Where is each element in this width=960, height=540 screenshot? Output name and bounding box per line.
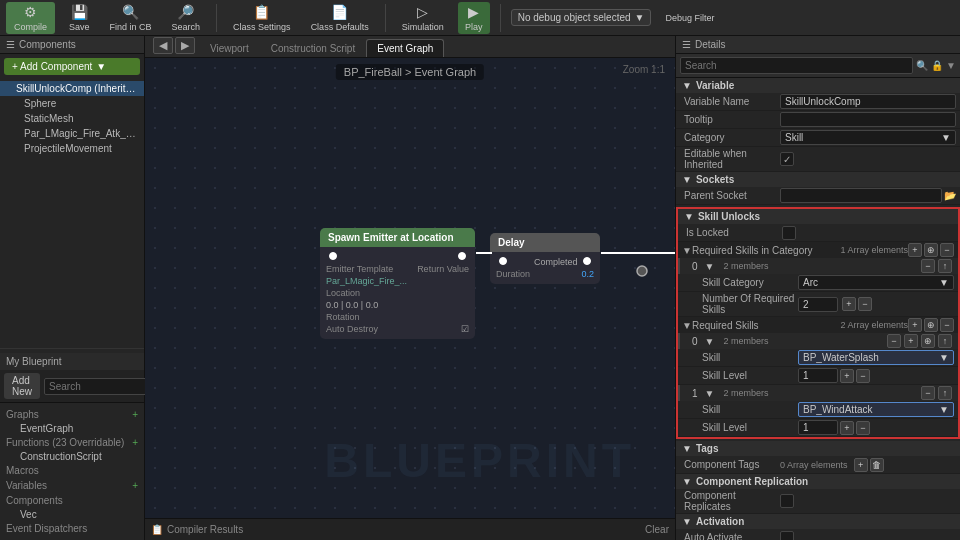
replication-section[interactable]: ▼ Component Replication [676, 474, 960, 489]
socket-browse-icon[interactable]: 📂 [944, 190, 956, 201]
sockets-label: Sockets [696, 174, 734, 185]
more-icon[interactable]: ▼ [946, 60, 956, 71]
skill-1-row: Skill BP_WindAttack ▼ [678, 401, 958, 419]
component-static-mesh[interactable]: StaticMesh [0, 111, 144, 126]
array-controls: + ⊕ − [908, 243, 954, 257]
req-dup-btn[interactable]: ⊕ [924, 318, 938, 332]
req-ins-el1-btn[interactable]: ↑ [938, 386, 952, 400]
dropdown-arrow-icon: ▼ [96, 61, 106, 72]
array-dup-btn[interactable]: ⊕ [924, 243, 938, 257]
find-label: Find in CB [110, 22, 152, 32]
component-particle[interactable]: Par_LMagic_Fire_Atk_01 [0, 126, 144, 141]
search-button[interactable]: 🔎 Search [166, 2, 207, 34]
num-dec-btn[interactable]: − [858, 297, 872, 311]
req-dup-el0-btn[interactable]: ⊕ [921, 334, 935, 348]
activation-section[interactable]: ▼ Activation [676, 514, 960, 529]
breadcrumb: BP_FireBall > Event Graph [336, 64, 484, 80]
component-sphere[interactable]: Sphere [0, 96, 144, 111]
skill-level-1-input[interactable] [798, 420, 838, 435]
req-add-btn[interactable]: + [908, 318, 922, 332]
delay-node[interactable]: Delay Completed Duration 0.2 [490, 233, 600, 284]
component-list: SkillUnlockComp (Inherited) Sphere Stati… [0, 79, 144, 344]
tooltip-input[interactable] [780, 112, 956, 127]
array-add-btn[interactable]: + [908, 243, 922, 257]
req-ins-el0-btn[interactable]: ↑ [938, 334, 952, 348]
sl1-inc-btn[interactable]: + [840, 421, 854, 435]
play-label: Play [465, 22, 483, 32]
spawn-emitter-node[interactable]: Spawn Emitter at Location Emitter Templa… [320, 228, 475, 339]
variable-name-input[interactable] [780, 94, 956, 109]
tags-del-btn[interactable]: 🗑 [870, 458, 884, 472]
class-defaults-button[interactable]: 📄 Class Defaults [305, 2, 375, 34]
nav-forward[interactable]: ▶ [175, 37, 195, 54]
editable-checkbox[interactable] [780, 152, 794, 166]
separator2 [385, 4, 386, 32]
skill-unlocks-label: Skill Unlocks [698, 211, 760, 222]
component-skill-unlock[interactable]: SkillUnlockComp (Inherited) [0, 81, 144, 96]
add-function-icon[interactable]: + [132, 437, 138, 448]
skill-category-dropdown-label: Arc [803, 277, 818, 288]
tab-viewport[interactable]: Viewport [199, 39, 260, 57]
num-req-skills-value: + − [798, 297, 954, 312]
details-scroll[interactable]: ▼ Variable Variable Name Tooltip Cat [676, 78, 960, 540]
array-del-btn[interactable]: − [940, 243, 954, 257]
category-dropdown[interactable]: Skill ▼ [780, 130, 956, 145]
event-graph-item[interactable]: EventGraph [0, 422, 144, 435]
component-projectile[interactable]: ProjectileMovement [0, 141, 144, 156]
compile-button[interactable]: ⚙ Compile [6, 2, 55, 34]
duration-label: Duration [496, 269, 530, 279]
editable-value [780, 152, 956, 166]
num-req-skills-input[interactable] [798, 297, 838, 312]
simulation-button[interactable]: ▷ Simulation [396, 2, 450, 34]
req-add-el0-btn[interactable]: + [904, 334, 918, 348]
debug-dropdown[interactable]: No debug object selected ▼ [511, 9, 652, 26]
req-del-el0-btn[interactable]: − [887, 334, 901, 348]
req-del-el1-btn[interactable]: − [921, 386, 935, 400]
req-skills-cat-header: ▼ Required Skills in Category 1 Array el… [678, 242, 958, 258]
sl0-inc-btn[interactable]: + [840, 369, 854, 383]
skill-1-dropdown[interactable]: BP_WindAttack ▼ [798, 402, 954, 417]
right-panel: ☰ Details 🔍 🔒 ▼ ▼ Variable Variable Name [675, 36, 960, 540]
main-area: ☰ Components + Add Component ▼ SkillUnlo… [0, 36, 960, 540]
sockets-section[interactable]: ▼ Sockets [676, 172, 960, 187]
play-button[interactable]: ▶ Play [458, 2, 490, 34]
add-graph-icon[interactable]: + [132, 409, 138, 420]
save-button[interactable]: 💾 Save [63, 2, 96, 34]
is-locked-checkbox[interactable] [782, 226, 796, 240]
num-inc-btn[interactable]: + [842, 297, 856, 311]
req-del-btn[interactable]: − [940, 318, 954, 332]
sl1-dec-btn[interactable]: − [856, 421, 870, 435]
tab-event-graph[interactable]: Event Graph [366, 39, 444, 57]
skill-category-dropdown[interactable]: Arc ▼ [798, 275, 954, 290]
tags-section[interactable]: ▼ Tags [676, 441, 960, 456]
ins-element-btn[interactable]: ↑ [938, 259, 952, 273]
replication-label: Component Replication [696, 476, 808, 487]
find-cb-button[interactable]: 🔍 Find in CB [104, 2, 158, 34]
vec-item[interactable]: Vec [0, 508, 144, 521]
skill-0-dropdown[interactable]: BP_WaterSplash ▼ [798, 350, 954, 365]
skill-0-value: BP_WaterSplash ▼ [798, 350, 954, 365]
graph-area[interactable]: BP_FireBall > Event Graph Zoom 1:1 Spawn… [145, 58, 675, 518]
skill-level-0-input[interactable] [798, 368, 838, 383]
details-search-input[interactable] [680, 57, 913, 74]
add-component-button[interactable]: + Add Component ▼ [4, 58, 140, 75]
add-new-button[interactable]: Add New [4, 373, 40, 399]
tab-construction[interactable]: Construction Script [260, 39, 366, 57]
blueprint-tree: Graphs + EventGraph Functions (23 Overri… [0, 403, 144, 540]
auto-activate-checkbox[interactable] [780, 531, 794, 541]
tags-add-btn[interactable]: + [854, 458, 868, 472]
parent-socket-input[interactable] [780, 188, 942, 203]
del-element-btn[interactable]: − [921, 259, 935, 273]
sl0-dec-btn[interactable]: − [856, 369, 870, 383]
clear-button[interactable]: Clear [645, 524, 669, 535]
nav-back[interactable]: ◀ [153, 37, 173, 54]
construction-script-item[interactable]: ConstructionScript [0, 450, 144, 463]
debug-filter-button[interactable]: Debug Filter [659, 11, 720, 25]
comp-replicates-checkbox[interactable] [780, 494, 794, 508]
variable-section[interactable]: ▼ Variable [676, 78, 960, 93]
skill-unlocks-section[interactable]: ▼ Skill Unlocks [678, 209, 958, 224]
req-skills-arrow-icon: ▼ [682, 320, 692, 331]
lock-icon[interactable]: 🔒 [931, 60, 943, 71]
add-variable-icon[interactable]: + [132, 480, 138, 491]
class-settings-button[interactable]: 📋 Class Settings [227, 2, 297, 34]
